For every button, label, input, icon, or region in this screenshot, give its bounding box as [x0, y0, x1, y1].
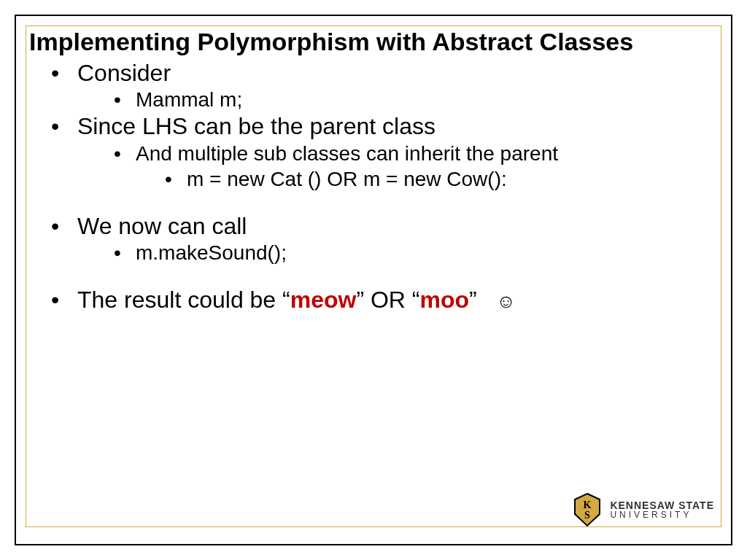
spacer — [29, 265, 718, 286]
bullet-since-lhs: Since LHS can be the parent class And mu… — [51, 112, 718, 191]
smiley-icon: ☺ — [496, 290, 516, 312]
ksu-shield-icon: K S — [572, 492, 603, 527]
bullet-text: m.makeSound(); — [136, 241, 287, 264]
spacer — [29, 192, 718, 212]
bullet-text: m = new Cat () OR m = new Cow(): — [187, 168, 507, 190]
result-post: ” — [469, 287, 496, 313]
bullet-text: Mammal m; — [136, 88, 242, 111]
result-moo: moo — [419, 287, 469, 313]
bullet-text: And multiple sub classes can inherit the… — [136, 142, 558, 165]
bullet-list: Consider Mammal m; Since LHS can be the … — [29, 59, 718, 192]
slide-content: Implementing Polymorphism with Abstract … — [29, 28, 718, 314]
bullet-text: Consider — [77, 60, 171, 86]
bullet-result: The result could be “meow” OR “moo” ☺ — [51, 286, 718, 314]
bullet-text: Since LHS can be the parent class — [77, 113, 436, 139]
bullet-makesound: m.makeSound(); — [114, 240, 718, 265]
logo-line1: KENNESAW STATE — [610, 500, 714, 510]
svg-text:S: S — [584, 510, 590, 521]
bullet-consider: Consider Mammal m; — [51, 59, 718, 112]
logo-text: KENNESAW STATE UNIVERSITY — [610, 500, 714, 519]
bullet-cat-cow: m = new Cat () OR m = new Cow(): — [165, 166, 718, 192]
logo-line2: UNIVERSITY — [610, 510, 714, 519]
bullet-text: We now can call — [77, 213, 247, 239]
result-pre: The result could be “ — [77, 287, 290, 313]
bullet-we-now-call: We now can call m.makeSound(); — [51, 212, 718, 265]
slide-title: Implementing Polymorphism with Abstract … — [29, 28, 718, 56]
bullet-mammal: Mammal m; — [114, 87, 718, 112]
bullet-list: We now can call m.makeSound(); — [29, 212, 718, 265]
result-mid: ” OR “ — [356, 287, 419, 313]
bullet-multiple-sub: And multiple sub classes can inherit the… — [114, 141, 718, 192]
svg-text:K: K — [584, 499, 592, 510]
university-logo: K S KENNESAW STATE UNIVERSITY — [572, 492, 714, 527]
result-meow: meow — [290, 287, 357, 313]
bullet-list: The result could be “meow” OR “moo” ☺ — [29, 286, 718, 314]
